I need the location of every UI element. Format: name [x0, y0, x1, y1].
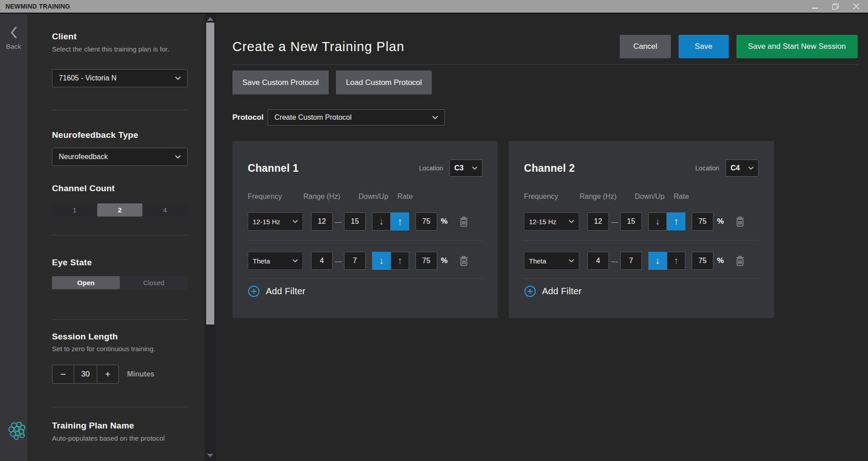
cancel-button[interactable]: Cancel [620, 35, 671, 58]
channel-2-location-value: C4 [731, 164, 740, 172]
train-down-button[interactable]: ↓ [372, 252, 391, 270]
divider [248, 240, 482, 240]
range-low-input[interactable]: 12 [311, 212, 333, 230]
neurofeedback-type-select[interactable]: Neurofeedback [52, 148, 188, 166]
add-filter-button[interactable]: Add Filter [524, 285, 582, 297]
rate-input[interactable]: 75 [692, 212, 713, 230]
divider [52, 110, 188, 110]
scrollbar-thumb[interactable] [206, 23, 214, 325]
protocol-select-value: Create Custom Protocol [274, 113, 352, 122]
frequency-select[interactable]: 12-15 Hz [248, 212, 303, 230]
delete-filter-button[interactable] [459, 256, 468, 266]
protocol-select[interactable]: Create Custom Protocol [268, 109, 445, 126]
channel-count-option-1[interactable]: 1 [52, 203, 97, 216]
scroll-down-arrow-icon[interactable] [207, 454, 213, 457]
page-title: Create a New Training Plan [232, 39, 405, 54]
frequency-select[interactable]: Theta [524, 252, 579, 270]
range-low-input[interactable]: 4 [311, 252, 333, 270]
range-high-input[interactable]: 7 [344, 252, 366, 270]
frequency-value: Theta [529, 257, 546, 265]
direction-toggle: ↓ ↑ [372, 252, 409, 270]
session-length-value[interactable]: 30 [74, 365, 97, 383]
percent-label: % [715, 217, 726, 226]
direction-toggle: ↓ ↑ [648, 252, 685, 270]
frequency-column-header: Frequency [524, 193, 580, 201]
rate-input[interactable]: 75 [692, 252, 713, 270]
minimize-button[interactable] [811, 3, 818, 10]
range-high-input[interactable]: 15 [620, 212, 642, 230]
chevron-down-icon [292, 220, 298, 223]
session-length-units-label: Minutes [127, 370, 154, 378]
range-column-header: Range (Hz) [580, 193, 635, 201]
sidebar: Client Select the client this training p… [27, 14, 204, 461]
filter-column-headers: Frequency Range (Hz) Down/Up Rate [524, 193, 759, 201]
session-length-heading: Session Length [52, 332, 204, 342]
delete-filter-button[interactable] [736, 256, 745, 266]
channel-1-card: Channel 1 Location C3 Frequency Range (H… [232, 141, 498, 318]
main-content: Create a New Training Plan Cancel Save S… [216, 14, 868, 461]
session-length-increment-button[interactable]: + [97, 365, 118, 383]
frequency-select[interactable]: 12-15 Hz [524, 212, 579, 230]
protocol-label: Protocol [232, 113, 268, 122]
back-button[interactable]: Back [0, 14, 27, 461]
add-filter-button[interactable]: Add Filter [248, 285, 306, 297]
save-and-start-button[interactable]: Save and Start New Session [736, 35, 858, 58]
close-button[interactable] [853, 3, 860, 10]
delete-filter-button[interactable] [459, 216, 468, 227]
train-up-button[interactable]: ↑ [667, 252, 685, 270]
chevron-down-icon [748, 166, 754, 170]
client-heading: Client [52, 32, 204, 42]
range-separator: — [609, 257, 620, 265]
channel-1-location-value: C3 [454, 164, 463, 172]
save-custom-protocol-button[interactable]: Save Custom Protocol [232, 71, 329, 94]
load-custom-protocol-button[interactable]: Load Custom Protocol [336, 71, 432, 94]
chevron-down-icon [472, 166, 477, 170]
delete-filter-button[interactable] [736, 216, 745, 227]
chevron-down-icon [292, 259, 298, 263]
client-select[interactable]: 71605 - Victoria N [52, 69, 188, 87]
eye-state-option-closed[interactable]: Closed [120, 276, 188, 289]
client-select-value: 71605 - Victoria N [59, 74, 117, 82]
chevron-down-icon [569, 220, 574, 223]
frequency-select[interactable]: Theta [248, 252, 303, 270]
channel-1-location-select[interactable]: C3 [449, 160, 482, 177]
rate-input[interactable]: 75 [415, 252, 437, 270]
location-label: Location [419, 165, 443, 172]
channel-count-option-4[interactable]: 4 [142, 203, 188, 216]
restore-icon [832, 3, 839, 9]
divider [524, 278, 759, 279]
train-up-button[interactable]: ↑ [391, 252, 409, 270]
channel-1-title: Channel 1 [248, 162, 299, 174]
newmind-logo-icon [7, 420, 27, 440]
range-low-input[interactable]: 12 [587, 212, 609, 230]
range-high-input[interactable]: 7 [620, 252, 642, 270]
plus-circle-icon [248, 285, 260, 297]
eye-state-option-open[interactable]: Open [52, 276, 120, 289]
save-button[interactable]: Save [679, 35, 729, 58]
train-down-button[interactable]: ↓ [648, 252, 667, 270]
scrollbar[interactable] [204, 14, 216, 461]
train-up-button[interactable]: ↑ [391, 212, 409, 230]
channel-2-location-select[interactable]: C4 [726, 160, 759, 177]
minimize-icon [812, 8, 818, 9]
titlebar: NEWMIND TRAINING [0, 0, 868, 14]
rate-column-header: Rate [674, 193, 689, 201]
client-description: Select the client this training plan is … [52, 45, 204, 53]
session-length-decrement-button[interactable]: − [52, 365, 74, 383]
window-controls [811, 3, 868, 10]
divider [248, 278, 482, 279]
train-down-button[interactable]: ↓ [648, 212, 667, 230]
restore-button[interactable] [832, 3, 839, 10]
train-up-button[interactable]: ↑ [667, 212, 685, 230]
range-high-input[interactable]: 15 [344, 212, 366, 230]
divider [52, 235, 188, 235]
percent-label: % [439, 217, 449, 226]
rate-input[interactable]: 75 [415, 212, 437, 230]
divider [232, 64, 858, 65]
scroll-up-arrow-icon[interactable] [207, 17, 213, 21]
channel-count-option-2[interactable]: 2 [97, 203, 142, 216]
session-length-description: Set to zero for continuous training. [52, 345, 204, 353]
train-down-button[interactable]: ↓ [372, 212, 391, 230]
range-low-input[interactable]: 4 [587, 252, 609, 270]
neurofeedback-type-value: Neurofeedback [59, 153, 108, 161]
